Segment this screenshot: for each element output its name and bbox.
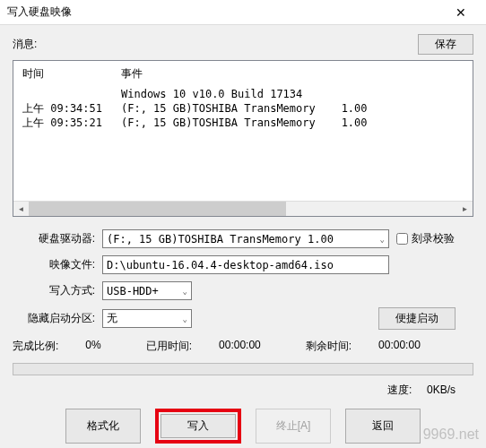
- hidden-row: 隐藏启动分区: 无 ⌄ 便捷启动: [13, 307, 473, 330]
- header-time: 时间: [22, 66, 121, 82]
- method-label: 写入方式:: [13, 283, 102, 298]
- event-row: Windows 10 v10.0 Build 17134: [22, 87, 464, 101]
- elapsed-label: 已用时间:: [146, 339, 192, 354]
- back-button[interactable]: 返回: [345, 409, 421, 444]
- speed-row: 速度: 0KB/s: [13, 383, 456, 398]
- complete-label: 完成比例:: [13, 339, 58, 354]
- message-label: 消息:: [13, 37, 37, 52]
- speed-value: 0KB/s: [427, 383, 456, 396]
- image-file-input[interactable]: [102, 255, 389, 274]
- drive-label: 硬盘驱动器:: [13, 231, 102, 246]
- window-title: 写入硬盘映像: [7, 4, 72, 20]
- scroll-left-arrow[interactable]: ◄: [13, 202, 29, 217]
- event-log-inner[interactable]: 时间 事件 Windows 10 v10.0 Build 17134 上午 09…: [13, 61, 473, 202]
- form-section: 硬盘驱动器: (F:, 15 GB)TOSHIBA TransMemory 1.…: [13, 229, 473, 444]
- button-row: 格式化 写入 终止[A] 返回: [13, 409, 473, 444]
- speed-label: 速度:: [387, 383, 412, 396]
- event-log: 时间 事件 Windows 10 v10.0 Build 17134 上午 09…: [13, 60, 473, 217]
- header-event: 事件: [121, 66, 464, 82]
- close-icon: ✕: [456, 5, 466, 20]
- horizontal-scrollbar[interactable]: ◄ ►: [13, 201, 473, 216]
- chevron-down-icon: ⌄: [380, 235, 385, 244]
- image-label: 映像文件:: [13, 257, 102, 272]
- event-header: 时间 事件: [22, 66, 464, 82]
- hidden-label: 隐藏启动分区:: [13, 311, 102, 326]
- complete-value: 0%: [85, 339, 100, 354]
- drive-select[interactable]: (F:, 15 GB)TOSHIBA TransMemory 1.00 ⌄: [102, 229, 389, 248]
- format-button[interactable]: 格式化: [65, 409, 141, 444]
- titlebar: 写入硬盘映像 ✕: [0, 0, 486, 25]
- method-row: 写入方式: USB-HDD+ ⌄: [13, 281, 473, 300]
- verify-checkbox[interactable]: [396, 233, 408, 245]
- remain-label: 剩余时间:: [306, 339, 351, 354]
- scroll-track[interactable]: [29, 202, 457, 216]
- chevron-down-icon: ⌄: [183, 287, 187, 296]
- drive-row: 硬盘驱动器: (F:, 15 GB)TOSHIBA TransMemory 1.…: [13, 229, 473, 248]
- message-row: 消息: 保存: [13, 34, 473, 55]
- event-row: 上午 09:35:21(F:, 15 GB)TOSHIBA TransMemor…: [22, 116, 464, 130]
- elapsed-value: 00:00:00: [219, 339, 261, 354]
- progress-wrap: [13, 363, 473, 375]
- abort-button: 终止[A]: [256, 409, 331, 444]
- write-button[interactable]: 写入: [161, 414, 236, 438]
- verify-label: 刻录校验: [412, 231, 455, 246]
- remain-value: 00:00:00: [378, 339, 421, 354]
- scroll-right-arrow[interactable]: ►: [457, 202, 473, 217]
- method-select[interactable]: USB-HDD+ ⌄: [102, 281, 192, 300]
- stats-row: 完成比例: 0% 已用时间: 00:00:00 剩余时间: 00:00:00: [13, 339, 473, 354]
- close-button[interactable]: ✕: [443, 2, 479, 23]
- content-area: 消息: 保存 时间 事件 Windows 10 v10.0 Build 1713…: [0, 25, 486, 448]
- chevron-down-icon: ⌄: [183, 314, 187, 323]
- scroll-thumb[interactable]: [29, 202, 286, 217]
- hidden-select[interactable]: 无 ⌄: [102, 309, 192, 328]
- image-row: 映像文件:: [13, 255, 473, 274]
- save-button[interactable]: 保存: [418, 34, 473, 55]
- event-row: 上午 09:34:51(F:, 15 GB)TOSHIBA TransMemor…: [22, 101, 464, 116]
- progress-bar: [13, 363, 473, 375]
- quick-boot-button[interactable]: 便捷启动: [378, 307, 456, 330]
- verify-checkbox-wrap[interactable]: 刻录校验: [396, 231, 455, 246]
- write-highlight: 写入: [155, 409, 241, 444]
